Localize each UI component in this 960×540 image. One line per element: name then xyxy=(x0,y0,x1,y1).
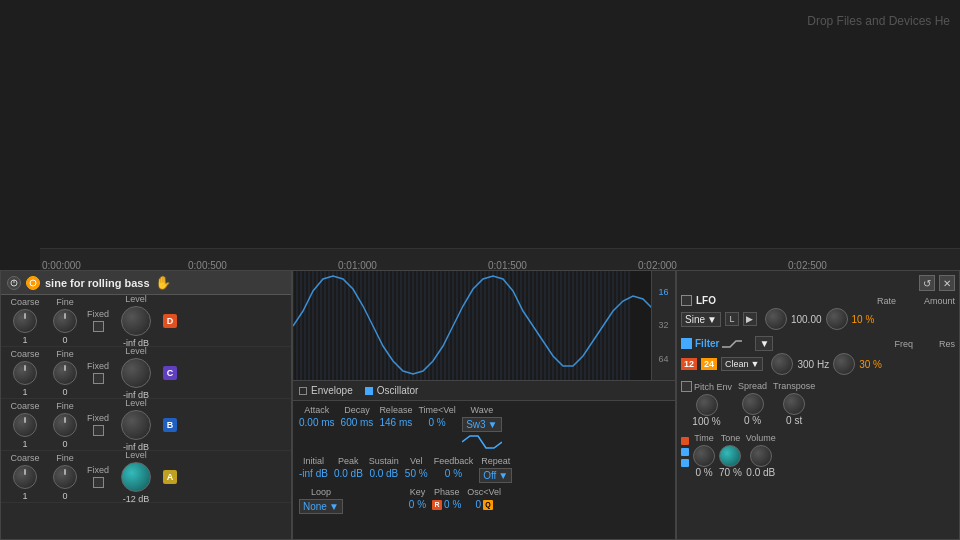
phase-value[interactable]: 0 % xyxy=(444,499,461,510)
wave-num-64[interactable]: 64 xyxy=(658,354,668,364)
loop-col: Loop None ▼ xyxy=(299,487,343,514)
timeline-mark-3: 0:01:500 xyxy=(488,260,527,271)
filter-num-12[interactable]: 12 xyxy=(681,358,697,370)
fine-knob-3[interactable] xyxy=(53,413,77,437)
lfo-controls: Sine ▼ L ▶ 100.00 10 % xyxy=(681,308,955,330)
osc-vel-col: Osc<Vel 0 Q xyxy=(467,487,501,510)
loop-arrow: ▼ xyxy=(329,501,339,512)
pitch-env-knob[interactable] xyxy=(696,394,718,416)
level-knob-4[interactable] xyxy=(121,462,151,492)
fine-knob-4[interactable] xyxy=(53,465,77,489)
filter-clean-dropdown[interactable]: Clean ▼ xyxy=(721,357,763,371)
envelope-section-header[interactable]: Envelope xyxy=(293,381,359,400)
fixed-checkbox-3[interactable] xyxy=(93,425,104,436)
lfo-type-dropdown[interactable]: Sine ▼ xyxy=(681,312,721,327)
wave-num-32[interactable]: 32 xyxy=(658,320,668,330)
peak-col: Peak 0.0 dB xyxy=(334,456,363,479)
wave-num-16[interactable]: 16 xyxy=(658,287,668,297)
coarse-knob-3[interactable] xyxy=(13,413,37,437)
wave-value: Sw3 xyxy=(466,419,485,430)
lfo-rate-knob[interactable] xyxy=(765,308,787,330)
release-value[interactable]: 146 ms xyxy=(379,417,412,428)
time-tone-vol-row: Time 0 % Tone 70 % Volume 0.0 dB xyxy=(681,433,955,478)
key-label: Key xyxy=(410,487,426,497)
lfo-l-button[interactable]: L xyxy=(725,312,739,326)
fixed-checkbox-4[interactable] xyxy=(93,477,104,488)
time-col: Time 0 % xyxy=(693,433,715,478)
lfo-r-button[interactable]: ▶ xyxy=(743,312,757,326)
lfo-checkbox[interactable] xyxy=(681,295,692,306)
fixed-label-2: Fixed xyxy=(87,361,109,371)
timeline-mark-1: 0:00:500 xyxy=(188,260,227,271)
coarse-value-4: 1 xyxy=(22,491,27,501)
feedback-value[interactable]: 0 % xyxy=(445,468,462,479)
time-label: Time xyxy=(694,433,714,443)
lfo-amount-knob[interactable] xyxy=(826,308,848,330)
vel-value[interactable]: 50 % xyxy=(405,468,428,479)
coarse-label-3: Coarse xyxy=(10,401,39,411)
level-knob-1[interactable] xyxy=(121,306,151,336)
time-knob[interactable] xyxy=(693,445,715,467)
filter-type-dropdown[interactable]: ▼ xyxy=(755,336,773,351)
attack-col: Attack 0.00 ms xyxy=(299,405,335,428)
key-value[interactable]: 0 % xyxy=(409,499,426,510)
level-knob-3[interactable] xyxy=(121,410,151,440)
transpose-label: Transpose xyxy=(773,381,815,391)
wave-dropdown[interactable]: Sw3 ▼ xyxy=(462,417,501,432)
oscillator-dot xyxy=(365,387,373,395)
fine-knob-2[interactable] xyxy=(53,361,77,385)
filter-checkbox[interactable] xyxy=(681,338,692,349)
level-knob-2[interactable] xyxy=(121,358,151,388)
filter-controls: 12 24 Clean ▼ 300 Hz 30 % xyxy=(681,353,955,375)
coarse-knob-2[interactable] xyxy=(13,361,37,385)
filter-freq-knob[interactable] xyxy=(771,353,793,375)
close-icon-button[interactable]: ✕ xyxy=(939,275,955,291)
waveform-display: 16 32 64 xyxy=(293,271,675,381)
loop-dropdown[interactable]: None ▼ xyxy=(299,499,343,514)
attack-value[interactable]: 0.00 ms xyxy=(299,417,335,428)
instrument-power-button[interactable] xyxy=(7,276,21,290)
right-panel: ↺ ✕ LFO Rate Amount Sine ▼ L ▶ 100.00 10… xyxy=(676,270,960,540)
fine-knob-1[interactable] xyxy=(53,309,77,333)
filter-res-value: 30 % xyxy=(859,359,882,370)
filter-num-24[interactable]: 24 xyxy=(701,358,717,370)
peak-value[interactable]: 0.0 dB xyxy=(334,468,363,479)
time-vel-value[interactable]: 0 % xyxy=(429,417,446,428)
oscillator-section-header[interactable]: Oscillator xyxy=(359,381,425,400)
time-vel-col: Time<Vel 0 % xyxy=(418,405,455,428)
spread-knob[interactable] xyxy=(742,393,764,415)
coarse-knob-4[interactable] xyxy=(13,465,37,489)
filter-res-knob[interactable] xyxy=(833,353,855,375)
fixed-label-1: Fixed xyxy=(87,309,109,319)
osc-vel-value[interactable]: 0 xyxy=(475,499,481,510)
fixed-checkbox-1[interactable] xyxy=(93,321,104,332)
coarse-knob-1[interactable] xyxy=(13,309,37,333)
section-headers: Envelope Oscillator xyxy=(293,381,675,401)
save-icon-button[interactable]: ↺ xyxy=(919,275,935,291)
filter-header-row: Filter ▼ Freq Res xyxy=(681,336,955,351)
level-value-4: -12 dB xyxy=(123,494,150,504)
fine-value-2: 0 xyxy=(62,387,67,397)
decay-value[interactable]: 600 ms xyxy=(341,417,374,428)
wave-dropdown-arrow: ▼ xyxy=(488,419,498,430)
color-dots xyxy=(681,437,689,467)
filter-clean-arrow: ▼ xyxy=(751,359,760,369)
decay-col: Decay 600 ms xyxy=(341,405,374,428)
fine-value-4: 0 xyxy=(62,491,67,501)
repeat-label: Repeat xyxy=(481,456,510,466)
fine-label-2: Fine xyxy=(56,349,74,359)
volume-knob[interactable] xyxy=(750,445,772,467)
sustain-value[interactable]: 0.0 dB xyxy=(369,468,398,479)
repeat-value: Off xyxy=(483,470,496,481)
pitch-env-checkbox[interactable] xyxy=(681,381,692,392)
transpose-knob[interactable] xyxy=(783,393,805,415)
initial-value[interactable]: -inf dB xyxy=(299,468,328,479)
repeat-dropdown[interactable]: Off ▼ xyxy=(479,468,512,483)
instrument-active-button[interactable] xyxy=(26,276,40,290)
time-tone-vol-section: Time 0 % Tone 70 % Volume 0.0 dB xyxy=(681,433,955,478)
release-col: Release 146 ms xyxy=(379,405,412,428)
tone-knob[interactable] xyxy=(719,445,741,467)
feedback-label: Feedback xyxy=(434,456,474,466)
fixed-checkbox-2[interactable] xyxy=(93,373,104,384)
phase-tag: R xyxy=(432,500,442,510)
